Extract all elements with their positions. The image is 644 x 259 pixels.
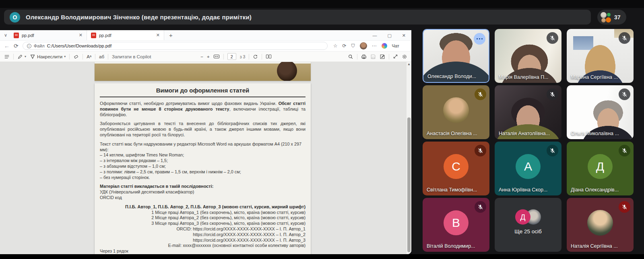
more-options-icon[interactable] [474, 33, 485, 45]
maximize-icon[interactable]: ▢ [387, 33, 391, 38]
translate-icon[interactable]: аб [99, 54, 104, 59]
draw-button[interactable]: Накреслити▾ [30, 54, 66, 60]
copilot-button-label[interactable]: Чат [392, 43, 399, 48]
mic-off-icon [547, 32, 558, 44]
collections-icon[interactable]: ⛉ [351, 43, 355, 49]
tab-close-icon[interactable]: ✕ [155, 33, 161, 38]
toc-menu-icon[interactable] [4, 54, 10, 60]
zoom-in-icon[interactable]: + [207, 54, 210, 59]
print-icon[interactable] [361, 54, 367, 60]
read-aloud-icon[interactable]: Aᵃ [87, 54, 91, 59]
affiliation-line: 3 Місце праці Автора_3 (без скорочень), … [100, 221, 305, 226]
page-view-icon[interactable] [266, 54, 272, 59]
browser-tab-2[interactable]: pp.pdf ✕ [87, 30, 164, 40]
copilot-icon[interactable] [382, 43, 387, 49]
pdf-viewer[interactable]: Вимоги до оформлення статей Оформляючи с… [0, 62, 411, 254]
spacer-note: Через 1 рядок [100, 249, 305, 254]
affiliation-line: 1 Місце праці Автора_1 (без скорочень), … [100, 210, 305, 216]
mic-off-icon [475, 145, 486, 156]
participant-tile[interactable]: Наталія Анатоліївна... [495, 85, 561, 139]
paragraph-citation-ban: Забороняється цитування в тексті та внес… [100, 121, 305, 138]
participant-name: Ольга Миколаївна ... [571, 131, 619, 136]
scrollbar[interactable]: ▲ [406, 62, 411, 254]
format-list-item: – без нумерації сторінок. [100, 175, 305, 181]
presenter-title: Олександр Володимирович Зінченко (веде п… [26, 14, 252, 21]
format-list-item: – з полями: лівим – 2,5 см, правим – 1,5… [100, 169, 305, 175]
chevron-down-icon[interactable]: ▾ [64, 55, 66, 58]
participant-tile[interactable]: В Віталій Володимир... [423, 198, 489, 252]
participant-tile[interactable]: Наталія Сергіївна ... [567, 198, 634, 252]
eraser-icon[interactable] [73, 54, 79, 60]
scroll-up-icon[interactable]: ▲ [407, 62, 411, 66]
participant-name: Олександр Володи... [427, 74, 476, 79]
close-icon[interactable]: ✕ [402, 33, 406, 38]
avatar: В [444, 210, 469, 235]
overflow-tile[interactable]: Д Ще 25 осіб [495, 198, 561, 252]
pdf-page-1-fragment [95, 62, 311, 81]
back-icon[interactable]: ← [4, 43, 10, 49]
mic-off-icon [619, 88, 630, 100]
url-scheme-label: Файл [34, 43, 45, 48]
favorite-star-icon[interactable]: ☆ [333, 43, 338, 49]
participants-count-pill[interactable]: 37 [597, 10, 626, 25]
participant-name: Віталій Володимир... [427, 243, 475, 249]
search-icon[interactable] [348, 54, 353, 60]
save-as-icon[interactable] [380, 54, 385, 60]
presenter-bar: О Олександр Володимирович Зінченко (веде… [4, 10, 591, 25]
minimize-icon[interactable]: — [372, 33, 377, 38]
participant-name: Діана Олександрів... [571, 187, 619, 193]
participant-tile[interactable]: Ольга Миколаївна ... [567, 85, 634, 139]
new-tab-icon[interactable]: + [164, 32, 178, 39]
pdf-file-icon [91, 33, 96, 38]
refresh-icon[interactable]: ⟳ [14, 43, 19, 49]
tab-close-icon[interactable]: ✕ [78, 33, 83, 38]
zoom-out-icon[interactable]: − [200, 54, 203, 59]
browser-tab-1[interactable]: pp.pdf ✕ [10, 30, 87, 40]
authors-line: П.І.Б. Автор_1, П.І.Б. Автор_2, П.І.Б. А… [100, 204, 305, 210]
fit-width-icon[interactable] [213, 54, 220, 59]
scrollbar-thumb[interactable] [407, 117, 411, 252]
browser-essentials-icon[interactable]: ⟳ [343, 43, 347, 49]
rotate-icon[interactable] [253, 54, 258, 59]
document-title: Вимоги до оформлення статей [100, 87, 305, 94]
page-number-input[interactable]: 2 [227, 53, 236, 60]
addressbar-actions: ☆ ⟳ ⛉ ⋯ Чат [333, 42, 399, 49]
participant-tile[interactable]: Д Діана Олександрів... [567, 142, 634, 195]
participant-tile[interactable]: С Світлана Тимофіївн... [423, 142, 489, 195]
udk-line: УДК (Універсальний десятковий класифікат… [100, 189, 305, 195]
tab-label: pp.pdf [99, 33, 153, 38]
participant-tile[interactable]: Олександр Володи... [423, 29, 489, 83]
participant-tile[interactable]: Марина Сергіївна ... [567, 29, 634, 83]
chevron-down-icon[interactable]: ▾ [25, 55, 26, 58]
participant-tile[interactable]: А Анна Юріївна Скор... [495, 142, 561, 195]
fullscreen-icon[interactable] [393, 54, 398, 59]
participant-name: Марина Сергіївна ... [571, 74, 618, 80]
overflow-count-label: Ще 25 осіб [514, 228, 542, 234]
tab-search-chevron-icon[interactable]: ∨ [2, 33, 10, 38]
format-list-item: – з інтервалом між рядками – 1,5; [100, 158, 305, 164]
mic-off-icon [475, 88, 486, 100]
sequence-heading: Матеріал статті викладається в такій пос… [100, 184, 305, 189]
page-info-icon[interactable]: i [27, 44, 31, 48]
participant-tile[interactable]: Анастасія Олегівна ... [423, 85, 489, 139]
paragraph-format: Текст статті має бути надрукованим у ред… [100, 142, 305, 153]
affiliation-line: https://orcid.org/XXXX-XXXX-XXXX-XXXX – … [100, 232, 305, 238]
page-total-label: з 3 [240, 54, 246, 59]
participants-avatars-icon [601, 12, 611, 23]
settings-gear-icon[interactable] [402, 54, 407, 60]
highlight-pen-icon[interactable]: ▾ [17, 54, 26, 60]
save-icon[interactable] [370, 54, 376, 60]
ask-copilot-button[interactable]: Запитати в Copilot [112, 54, 151, 59]
more-menu-icon[interactable]: ⋯ [372, 43, 377, 49]
paragraph-scope: Оформляючи статті, необхідно дотримувати… [100, 101, 305, 117]
mic-off-icon [547, 145, 558, 156]
profile-avatar[interactable] [360, 42, 367, 49]
meet-window: О Олександр Володимирович Зінченко (веде… [0, 0, 644, 259]
participant-tile[interactable]: Марія Валеріївна П... [495, 29, 561, 83]
mic-off-icon [619, 145, 630, 156]
participant-name: Анна Юріївна Скор... [499, 187, 547, 193]
participant-name: Анастасія Олегівна ... [427, 131, 477, 136]
url-field[interactable]: i Файл C:/Users/User/Downloads/pp.pdf [23, 42, 328, 50]
overflow-avatars: Д Ще 25 осіб [495, 210, 561, 234]
participant-name: Наталія Анатоліївна... [499, 131, 550, 136]
